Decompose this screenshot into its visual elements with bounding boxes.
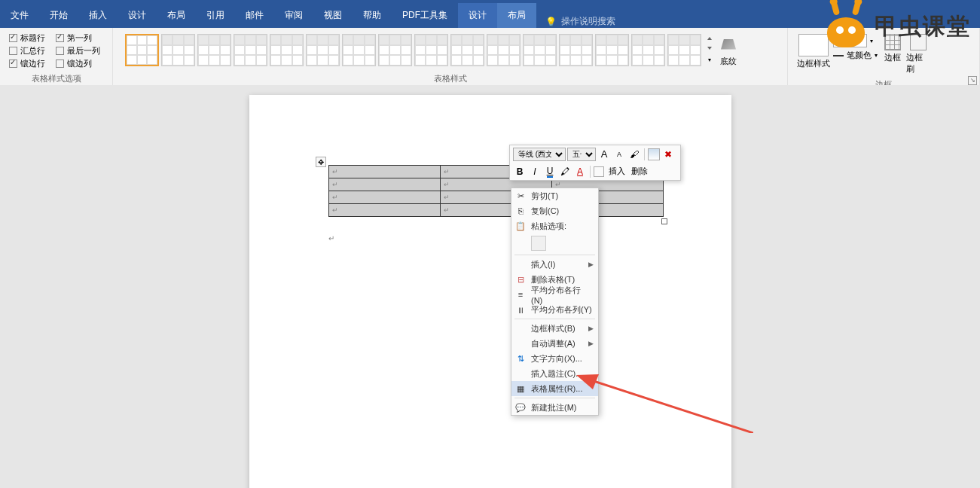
- table-style-item[interactable]: [234, 34, 267, 66]
- context-menu: ✂剪切(T) ⎘复制(C) 📋粘贴选项: 插入(I)▶ ⊟删除表格(T) ≡平均…: [511, 188, 599, 416]
- table-styles-more[interactable]: ▾: [704, 34, 716, 66]
- mini-size-select[interactable]: 五号: [567, 148, 596, 161]
- font-color-button[interactable]: A: [573, 165, 587, 178]
- borders-dialog-launcher[interactable]: ↘: [968, 76, 977, 85]
- cm-new-comment[interactable]: 💬新建批注(M): [511, 400, 598, 415]
- mini-font-select[interactable]: 等线 (西文正: [513, 148, 566, 161]
- chk-banded-col[interactable]: [56, 59, 64, 68]
- table-styles-gallery[interactable]: document.write(Array(15).fill('<div clas…: [119, 31, 781, 72]
- table-style-item[interactable]: [161, 34, 195, 66]
- group-label-table-styles: 表格样式: [119, 72, 781, 86]
- group-table-style-options: 标题行 第一列 汇总行 最后一列 镶边行 镶边列 表格样式选项: [0, 28, 113, 87]
- tab-layout[interactable]: 布局: [157, 3, 196, 28]
- lbl-banded-row: 镶边行: [20, 58, 45, 69]
- chk-first-col[interactable]: [56, 34, 64, 42]
- grow-font-icon[interactable]: A: [597, 148, 611, 161]
- paragraph-mark: ↵: [328, 234, 334, 242]
- lightbulb-icon: 💡: [545, 17, 557, 27]
- bold-button[interactable]: B: [513, 165, 527, 178]
- mini-insert-label[interactable]: 插入: [609, 166, 625, 177]
- document-area[interactable]: ✥ ↵↵↵ ↵↵↵ ↵↵↵ ↵↵↵ ↵: [0, 85, 980, 488]
- tab-insert[interactable]: 插入: [78, 3, 118, 28]
- bucket-icon: [721, 39, 736, 54]
- watermark-logo: 甲虫课堂: [823, 6, 971, 47]
- tab-file[interactable]: 文件: [0, 3, 39, 28]
- pen-icon: [833, 55, 844, 56]
- table-style-item[interactable]: [270, 34, 304, 66]
- group-label-style-options: 表格样式选项: [6, 72, 106, 86]
- tab-home[interactable]: 开始: [39, 3, 78, 28]
- delete-table-icon: ⊟: [515, 274, 526, 285]
- shading-mini-button[interactable]: [594, 166, 604, 177]
- cm-paste-options: 📋粘贴选项:: [511, 218, 598, 233]
- cm-cut[interactable]: ✂剪切(T): [511, 188, 598, 203]
- tab-table-layout[interactable]: 布局: [497, 3, 536, 28]
- underline-button[interactable]: U: [543, 165, 557, 178]
- mini-insert-icon[interactable]: [648, 148, 660, 160]
- table-style-item[interactable]: [197, 34, 231, 66]
- pen-color-label[interactable]: 笔颜色: [847, 50, 872, 61]
- lbl-first-col: 第一列: [67, 32, 92, 44]
- tab-pdf[interactable]: PDF工具集: [392, 3, 458, 28]
- lbl-banded-col: 镶边列: [67, 58, 92, 69]
- table-style-item[interactable]: [631, 34, 665, 66]
- cm-distribute-rows[interactable]: ≡平均分布各行(N): [511, 287, 598, 302]
- tab-help[interactable]: 帮助: [353, 3, 392, 28]
- cm-insert[interactable]: 插入(I)▶: [511, 257, 598, 272]
- paste-option-icon[interactable]: [531, 236, 546, 251]
- border-style-label: 边框样式: [797, 58, 830, 69]
- chk-last-col[interactable]: [56, 47, 64, 55]
- group-table-styles: document.write(Array(15).fill('<div clas…: [113, 28, 788, 87]
- border-painter-label: 边框刷: [906, 52, 930, 75]
- cm-caption[interactable]: 插入题注(C)...: [511, 366, 598, 381]
- lbl-total-row: 汇总行: [20, 45, 45, 56]
- scissors-icon: ✂: [515, 191, 526, 201]
- cm-table-properties[interactable]: ▦表格属性(R)...: [511, 381, 598, 396]
- tab-view[interactable]: 视图: [313, 3, 353, 28]
- table-resize-handle[interactable]: [661, 218, 667, 224]
- shading-button[interactable]: 底纹: [718, 34, 739, 72]
- table-style-item[interactable]: [125, 34, 159, 66]
- table-style-item[interactable]: [414, 34, 448, 66]
- paste-icon: 📋: [515, 221, 526, 231]
- chk-banded-row[interactable]: [9, 59, 17, 68]
- italic-button[interactable]: I: [528, 165, 542, 178]
- logo-text: 甲虫课堂: [875, 11, 971, 42]
- comment-icon: 💬: [515, 402, 526, 413]
- mini-delete-label[interactable]: 删除: [631, 166, 648, 177]
- table-style-item[interactable]: [378, 34, 412, 66]
- cm-distribute-cols[interactable]: ⫼平均分布各列(Y): [511, 302, 598, 317]
- highlight-button[interactable]: 🖍: [558, 165, 572, 178]
- table-style-item[interactable]: [523, 34, 557, 66]
- table-style-item[interactable]: [667, 34, 701, 66]
- cm-autofit[interactable]: 自动调整(A)▶: [511, 336, 598, 351]
- chk-total-row[interactable]: [9, 47, 17, 55]
- tab-mailings[interactable]: 邮件: [235, 3, 274, 28]
- copy-icon: ⎘: [515, 206, 526, 216]
- mini-delete-icon[interactable]: ✖: [661, 148, 675, 161]
- lbl-header-row: 标题行: [20, 32, 45, 44]
- lbl-last-col: 最后一列: [67, 45, 100, 56]
- cm-copy[interactable]: ⎘复制(C): [511, 203, 598, 218]
- table-style-item[interactable]: [450, 34, 484, 66]
- tab-table-design[interactable]: 设计: [458, 3, 497, 28]
- table-style-item[interactable]: [306, 34, 340, 66]
- dist-rows-icon: ≡: [515, 289, 526, 300]
- tab-design-page[interactable]: 设计: [118, 3, 157, 28]
- cm-text-direction[interactable]: ⇅文字方向(X)...: [511, 351, 598, 366]
- shrink-font-icon[interactable]: A: [612, 148, 626, 161]
- mini-toolbar: 等线 (西文正 五号 A A 🖌 ✖ B I U 🖍 A 插入 删除: [509, 145, 681, 181]
- table-move-handle[interactable]: ✥: [316, 157, 326, 167]
- cm-border-style[interactable]: 边框样式(B)▶: [511, 321, 598, 336]
- tab-review[interactable]: 审阅: [274, 3, 313, 28]
- table-style-item[interactable]: [487, 34, 521, 66]
- shading-label: 底纹: [720, 56, 737, 67]
- tell-me-search[interactable]: 💡 操作说明搜索: [536, 15, 624, 28]
- beetle-icon: [823, 6, 869, 47]
- table-style-item[interactable]: [559, 34, 593, 66]
- tab-references[interactable]: 引用: [196, 3, 235, 28]
- table-style-item[interactable]: [595, 34, 629, 66]
- table-style-item[interactable]: [342, 34, 376, 66]
- format-painter-icon[interactable]: 🖌: [627, 148, 641, 161]
- chk-header-row[interactable]: [9, 34, 17, 42]
